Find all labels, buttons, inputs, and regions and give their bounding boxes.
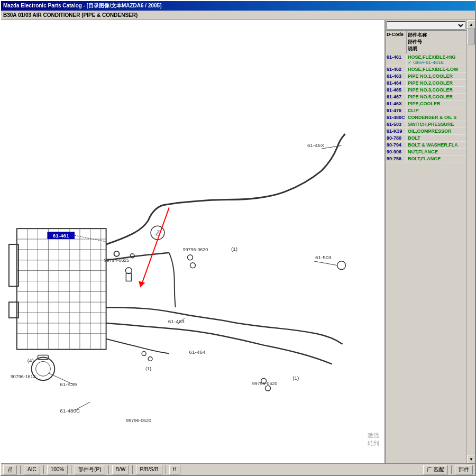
divider-6 [166,465,166,474]
list-item[interactable]: 61-463 PIPE NO.1,COOLER [386,73,466,80]
list-item[interactable]: 61-480C CONDENSER & OIL S [386,114,466,121]
list-item[interactable]: 61-46X PIPE,COOLER [386,100,466,107]
svg-text:61-46X: 61-46X [307,142,324,148]
part-name: NUT,FLANGE [408,149,465,154]
match-button[interactable]: 广 匹配 [423,465,448,474]
part-code: 61-46X [386,100,407,107]
status-bar: 🖨 AIC 100% 部件号(P) B/W P/B/S/B H 广 匹配 部件 [1,463,475,475]
part-name: BOLT & WASHER,FLA [408,142,465,148]
title-bar: Mazda Electronic Parts Catalog - [目录图像/文… [1,1,475,11]
list-item[interactable]: 61-464 PIPE NO.2,COOLER [386,80,466,87]
part-code: 61-465 [386,87,407,93]
divider-7 [451,465,452,474]
part-info: BOLT & WASHER,FLA [407,142,466,148]
aic-button[interactable]: AIC [24,465,40,474]
partno-button[interactable]: 部件号(P) [75,465,105,474]
part-info: PIPE NO.2,COOLER [407,80,466,86]
part-info: BOLT,FLANGE [407,155,466,162]
divider-1 [20,465,21,474]
list-item[interactable]: 90-906 NUT,FLANGE [386,149,466,155]
list-item[interactable]: 61-K39 OIL,COMPRESSOR [386,128,466,135]
divider-4 [108,465,109,474]
part-checkmark: ✓ GI6A-61-461B [408,60,465,65]
bw-button[interactable]: B/W [112,465,130,474]
part-name: PIPE NO.5,COOLER [408,94,465,99]
right-panel: D-Code 部件名称 部件号 说明 61-461 HOSE,FLEXIBLE-… [385,20,475,463]
part-name: CONDENSER & OIL S [408,115,465,120]
svg-text:99796-0620: 99796-0620 [252,381,278,386]
part-code: 61-480C [386,114,407,121]
part-code: 99-756 [386,155,407,162]
scroll-up-button[interactable]: ▲ [467,20,475,29]
svg-rect-0 [1,66,385,417]
subtitle-text: B30A 01/03 AIR CONDITIONER (PIPE & CONDE… [3,12,138,18]
zoom-button[interactable]: 100% [47,465,68,474]
parts-diagram: Z 61-461 61-46X 61-503 99794-0625 [1,20,385,463]
parts-button[interactable]: 部件 [455,465,473,474]
part-name: HOSE,FLEXIBLE-HIG [408,54,465,60]
svg-text:61-461: 61-461 [53,233,69,239]
part-code: 61-462 [386,66,407,72]
list-item[interactable]: 61-503 SWITCH,PRESSURE [386,121,466,128]
list-item[interactable]: 99-756 BOLT,FLANGE [386,155,466,162]
part-code: 61-503 [386,121,407,127]
diagram-area[interactable]: Z 61-461 61-46X 61-503 99794-0625 [1,20,385,463]
tabs-button[interactable]: P/B/S/B [136,465,162,474]
part-code: 90-906 [386,149,407,155]
left-icon-button[interactable]: 🖨 [3,465,17,474]
part-name: BOLT [408,135,465,141]
part-info: PIPE NO.5,COOLER [407,94,466,100]
part-name: PIPE,COOLER [408,101,465,106]
parts-container: D-Code 部件名称 部件号 说明 61-461 HOSE,FLEXIBLE-… [386,20,466,463]
part-info: PIPE NO.1,COOLER [407,73,466,79]
part-info: NUT,FLANGE [407,149,466,155]
parts-table-header: D-Code 部件名称 部件号 说明 [386,31,466,54]
main-window: Mazda Electronic Parts Catalog - [目录图像/文… [0,0,476,476]
h-button[interactable]: H [169,465,180,474]
scroll-down-button[interactable]: ▼ [467,455,475,463]
part-name: PIPE NO.1,COOLER [408,74,465,79]
part-info: PIPE NO.3,COOLER [407,87,466,93]
header-dcode: D-Code [386,31,407,53]
part-name: OIL,COMPRESSOR [408,129,465,134]
part-info: OIL,COMPRESSOR [407,128,466,134]
svg-text:99796-0620: 99796-0620 [183,247,208,252]
part-info: PIPE,COOLER [407,100,466,107]
part-info: CLIP [407,107,466,114]
list-item[interactable]: 90-780 BOLT [386,135,466,142]
list-item[interactable]: 61-461 HOSE,FLEXIBLE-HIG ✓ GI6A-61-461B [386,54,466,66]
scroll-thumb[interactable] [468,29,475,44]
part-info: HOSE,FLEXIBLE-LOW [407,66,466,72]
part-info: CONDENSER & OIL S [407,114,466,121]
part-code: 61-463 [386,73,407,79]
list-item[interactable]: 61-467 PIPE NO.5,COOLER [386,94,466,100]
main-content: Z 61-461 61-46X 61-503 99794-0625 [1,20,475,463]
svg-text:99796-0620: 99796-0620 [126,418,151,423]
part-code: 90-780 [386,135,407,141]
svg-text:(1): (1) [145,366,151,371]
part-info: SWITCH,PRESSURE [407,121,466,127]
divider-5 [132,465,133,474]
part-code: 61-461 [386,54,407,66]
part-code: 61-476 [386,107,407,114]
part-info: BOLT [407,135,466,141]
list-item[interactable]: 61-465 PIPE NO.3,COOLER [386,87,466,94]
svg-text:61-503: 61-503 [315,254,332,260]
part-name: BOLT,FLANGE [408,156,465,161]
parts-scrollbar[interactable]: ▲ ▼ [466,20,475,463]
part-name: SWITCH,PRESSURE [408,122,465,127]
list-item[interactable]: 61-462 HOSE,FLEXIBLE-LOW [386,66,466,73]
part-code: 90-794 [386,142,407,148]
svg-text:61-480C: 61-480C [60,408,80,414]
part-name: PIPE NO.2,COOLER [408,80,465,86]
list-item[interactable]: 61-476 CLIP [386,107,466,114]
parts-dropdown[interactable] [387,21,465,30]
list-item[interactable]: 90-794 BOLT & WASHER,FLA [386,142,466,149]
parts-top-bar [386,20,466,31]
parts-list[interactable]: 61-461 HOSE,FLEXIBLE-HIG ✓ GI6A-61-461B … [386,54,466,463]
svg-text:61-463: 61-463 [168,318,185,324]
svg-text:(1): (1) [231,246,237,252]
svg-text:90796-1612: 90796-1612 [11,374,36,379]
svg-text:61-464: 61-464 [189,349,206,355]
svg-text:99794-0625: 99794-0625 [104,258,130,263]
